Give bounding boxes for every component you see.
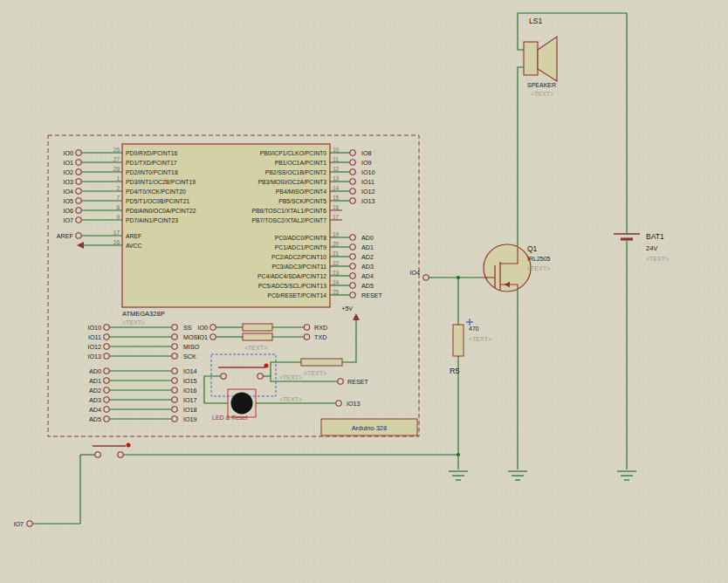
terminal-label-IO18: IO18 <box>183 406 197 414</box>
pin-number: 28 <box>113 166 120 172</box>
terminal-label-AD5: AD5 <box>89 415 101 423</box>
led-placeholder: <TEXT> <box>279 396 302 402</box>
pin-name: PD7/AIN1/PCINT23 <box>126 217 178 223</box>
pin-name: PC3/ADC3/PCINT11 <box>271 264 326 270</box>
terminal-label-IO16: IO16 <box>183 387 197 394</box>
io4-terminal-label: IO4 <box>409 269 420 277</box>
pin-number: 21 <box>333 250 340 257</box>
series-resistor-TXD[interactable] <box>243 333 272 340</box>
pin-number: 27 <box>113 156 120 162</box>
pin-name: PC5/ADC5/SCL/PCINT13 <box>258 283 326 289</box>
pin-number: 19 <box>333 231 340 237</box>
pin-name: PD2/INT0/PCINT18 <box>126 169 178 175</box>
terminal-label-AD4: AD4 <box>89 406 101 414</box>
terminal-label-IO7: IO7 <box>63 216 73 224</box>
pin-number: 10 <box>333 147 340 153</box>
terminal-label-AD1: AD1 <box>361 243 374 251</box>
pin-number: 7 <box>116 195 120 201</box>
q1-ref: Q1 <box>527 244 538 253</box>
terminal-label-IO14: IO14 <box>183 367 197 375</box>
terminal-label-AD0: AD0 <box>361 234 374 242</box>
red-marker-dot <box>264 364 269 368</box>
resistor-r5[interactable] <box>453 325 464 356</box>
pin-name: PC4/ADC4/SDA/PCINT12 <box>258 273 326 279</box>
pin-number: 22 <box>333 260 340 266</box>
pin-number: 16 <box>113 239 120 245</box>
terminal-label-IO9: IO9 <box>361 159 372 167</box>
series-resistor-RXD[interactable] <box>243 324 272 331</box>
pin-name: PD5/T1/OC0B/PCINT21 <box>126 198 189 204</box>
terminal-label-AD5: AD5 <box>361 282 374 290</box>
terminal-label-IO5: IO5 <box>63 197 73 205</box>
pin-name: PB1/OC1A/PCINT1 <box>275 160 327 166</box>
junction-dot <box>457 276 460 279</box>
pin-name: PC6/RESET/PCINT14 <box>267 292 326 298</box>
terminal-label-RXD: RXD <box>314 324 327 332</box>
terminal-label-IO0: IO0 <box>197 324 208 332</box>
speaker-placeholder: <TEXT> <box>531 91 553 97</box>
terminal-label-TXD: TXD <box>314 333 326 341</box>
pin-number: 23 <box>333 270 340 276</box>
terminal-label-RESET: RESET <box>361 292 383 299</box>
terminal-label-IO11: IO11 <box>88 333 101 341</box>
pin-name: PD0/RXD/PCINT16 <box>126 150 178 156</box>
r5-value: 470 <box>469 326 479 332</box>
terminal-label-AD3: AD3 <box>361 263 374 271</box>
pin-number: 14 <box>333 185 340 191</box>
junction-dot <box>457 453 460 456</box>
pin-name: PC0/ADC0/PCINT8 <box>275 235 327 241</box>
pin-name: PC1/ADC1/PCINT9 <box>275 244 327 250</box>
terminal-label-IO2: IO2 <box>63 168 73 176</box>
terminal-label-IO4: IO4 <box>63 188 73 195</box>
bat1-ref: BAT1 <box>646 232 664 241</box>
terminal-label-IO3: IO3 <box>63 178 73 186</box>
pin-number: 16 <box>333 204 340 210</box>
io13-terminal-label: IO13 <box>347 400 361 408</box>
r5-placeholder: <TEXT> <box>469 336 491 342</box>
pin-name: PC2/ADC2/PCINT10 <box>271 254 326 260</box>
pin-number: 26 <box>113 147 120 153</box>
pin-number: 9 <box>116 214 120 220</box>
terminal-label-IO6: IO6 <box>63 207 73 215</box>
led-lens[interactable] <box>231 393 253 415</box>
pin-number: 25 <box>333 289 340 295</box>
pin-name: PD6/AIN0/OC0A/PCINT22 <box>126 208 196 214</box>
pin-number: 1 <box>116 175 120 182</box>
reset-resistor-placeholder: <TEXT> <box>304 370 326 376</box>
terminal-label-IO12: IO12 <box>87 343 101 351</box>
schematic-canvas: ATMEGA328P <TEXT> Arduino 328 +5V <TEXT>… <box>0 0 728 583</box>
terminal-label-IO13: IO13 <box>87 353 101 360</box>
terminal-label-IO1: IO1 <box>197 333 208 341</box>
pin-number: 17 <box>333 214 340 220</box>
pin-name: PD1/TXD/PCINT17 <box>126 160 177 166</box>
pin-number: 12 <box>333 166 340 172</box>
bat1-placeholder: <TEXT> <box>646 256 669 262</box>
red-marker-dot <box>127 443 131 448</box>
subcircuit-label: Arduino 328 <box>352 424 387 432</box>
pin-number: 24 <box>333 279 340 285</box>
pin-name: PB6/TOSC1/XTAL1/PCINT6 <box>252 208 327 214</box>
pin-number: 11 <box>333 156 339 162</box>
terminal-label-IO0: IO0 <box>63 149 73 157</box>
terminal-label-AD0: AD0 <box>89 367 101 375</box>
reset-terminal-label: RESET <box>347 378 369 386</box>
terminal-label-IO1: IO1 <box>63 159 73 167</box>
chip-name: ATMEGA328P <box>122 310 165 318</box>
pin-number: 8 <box>116 204 120 210</box>
reset-pullup-resistor[interactable] <box>301 359 342 366</box>
terminal-label-IO11: IO11 <box>361 178 374 186</box>
pin-name: PB3/MOSI/OC2A/PCINT3 <box>258 179 326 185</box>
terminal-label-IO19: IO19 <box>183 415 197 423</box>
button-placeholder: <TEXT> <box>279 374 302 381</box>
pin-name: PB2/SS/OC1B/PCINT2 <box>265 169 326 175</box>
terminal-label-AD2: AD2 <box>361 253 374 261</box>
chip-placeholder: <TEXT> <box>122 319 145 326</box>
terminal-label-IO10: IO10 <box>87 324 101 332</box>
terminal-label-AD2: AD2 <box>89 387 101 394</box>
terminal-label-MISO: MISO <box>183 343 200 351</box>
pin-number: 17 <box>113 230 120 236</box>
terminal-label-IO17: IO17 <box>183 396 197 404</box>
pin-name: PB5/SCK/PCINT5 <box>278 198 326 204</box>
speaker-body[interactable] <box>524 42 538 75</box>
pin-name: PB0/ICP1/CLKO/PCINT0 <box>260 150 327 156</box>
